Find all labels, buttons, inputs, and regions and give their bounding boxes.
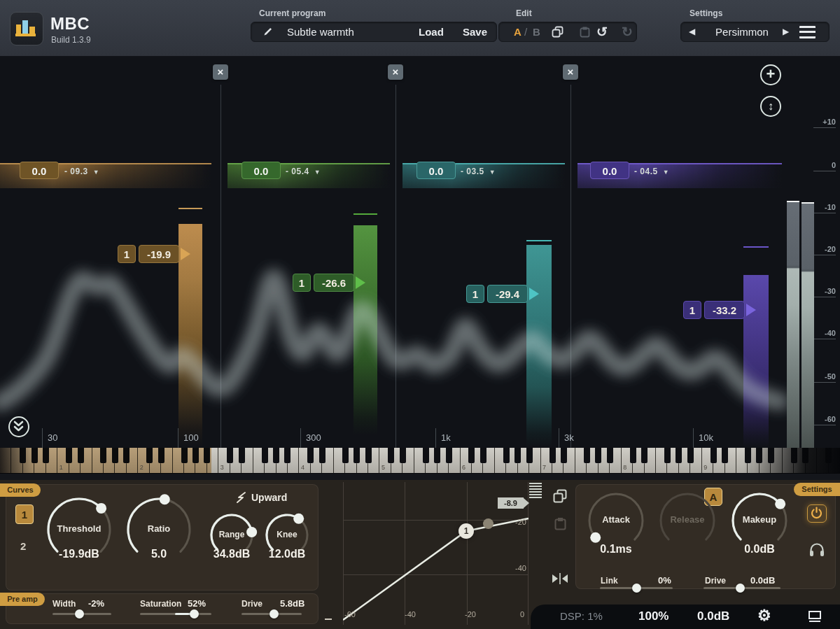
piano-black-key[interactable] xyxy=(526,448,533,463)
curve-list-icon[interactable] xyxy=(529,483,542,498)
band4-threshold-marker[interactable]: 1 -33.2 xyxy=(683,301,756,319)
band2-threshold-marker[interactable]: 1 -26.6 xyxy=(293,274,365,292)
piano-black-key[interactable] xyxy=(446,448,452,463)
piano-black-key[interactable] xyxy=(791,448,797,463)
undo-icon[interactable]: ↺ xyxy=(596,25,608,39)
piano-black-key[interactable] xyxy=(641,448,648,463)
piano-black-key[interactable] xyxy=(192,448,199,463)
band-power-button[interactable] xyxy=(807,504,827,523)
piano-black-key[interactable] xyxy=(676,448,682,463)
band3-close-button[interactable]: × xyxy=(563,64,578,80)
width-slider-thumb[interactable] xyxy=(75,609,84,619)
band1-threshold-marker[interactable]: 1 -19.9 xyxy=(118,245,190,263)
paste-icon[interactable] xyxy=(578,25,592,38)
piano-black-key[interactable] xyxy=(146,448,153,463)
load-button[interactable]: Load xyxy=(419,26,444,38)
piano-black-key[interactable] xyxy=(595,448,601,463)
crossover-line-3[interactable] xyxy=(570,85,571,448)
menu-icon[interactable] xyxy=(799,26,816,38)
piano-black-key[interactable] xyxy=(100,448,106,463)
curve-copy-icon[interactable] xyxy=(552,488,568,504)
link-slider-thumb[interactable] xyxy=(632,584,641,593)
piano-black-key[interactable] xyxy=(66,448,72,463)
piano-black-key[interactable] xyxy=(388,448,394,463)
curve-band-1-button[interactable]: 1 xyxy=(15,504,34,524)
output-gain-value[interactable]: 0.0dB xyxy=(697,609,729,623)
piano-black-key[interactable] xyxy=(123,448,130,463)
save-button[interactable]: Save xyxy=(463,26,487,38)
piano-black-key[interactable] xyxy=(342,448,349,463)
piano-black-key[interactable] xyxy=(112,448,118,463)
piano-black-key[interactable] xyxy=(561,448,567,463)
upward-mode-icon[interactable] xyxy=(235,491,247,504)
band1-close-button[interactable]: × xyxy=(213,64,228,80)
piano-black-key[interactable] xyxy=(514,448,521,463)
piano-white-key[interactable] xyxy=(0,448,11,473)
preset-next-icon[interactable]: ▶ xyxy=(783,27,789,36)
band3-gain-value[interactable]: 0.0 xyxy=(416,162,456,179)
band3-threshold-marker[interactable]: 1 -29.4 xyxy=(466,285,539,303)
copy-icon[interactable] xyxy=(551,25,564,38)
collapse-button[interactable] xyxy=(8,416,29,437)
piano-black-key[interactable] xyxy=(181,448,188,463)
band2-close-button[interactable]: × xyxy=(388,64,403,80)
piano-black-key[interactable] xyxy=(307,448,314,463)
add-band-button[interactable]: + xyxy=(760,64,781,85)
transfer-knee-point[interactable]: 1 xyxy=(458,523,474,539)
piano-black-key[interactable] xyxy=(43,448,49,463)
piano-black-key[interactable] xyxy=(768,448,774,463)
piano-black-key[interactable] xyxy=(802,448,808,463)
band2-gain-value[interactable]: 0.0 xyxy=(241,162,281,179)
piano-black-key[interactable] xyxy=(756,448,762,463)
ui-zoom-value[interactable]: 100% xyxy=(638,609,668,623)
piano-black-key[interactable] xyxy=(710,448,717,463)
piano-black-key[interactable] xyxy=(400,448,406,463)
preset-name[interactable]: Persimmon xyxy=(706,26,778,38)
curve-paste-icon[interactable] xyxy=(552,516,568,532)
transfer-curve-handle[interactable] xyxy=(483,518,493,529)
piano-black-key[interactable] xyxy=(227,448,233,463)
piano-black-key[interactable] xyxy=(354,448,360,463)
headphones-icon[interactable] xyxy=(808,542,825,557)
piano-black-key[interactable] xyxy=(204,448,210,463)
crossover-line-2[interactable] xyxy=(396,85,396,448)
piano-black-key[interactable] xyxy=(262,448,268,463)
dyn-drive-slider-thumb[interactable] xyxy=(736,584,745,593)
piano-black-key[interactable] xyxy=(722,448,728,463)
piano-black-key[interactable] xyxy=(273,448,279,463)
vertical-zoom-button[interactable]: ↕ xyxy=(760,96,781,117)
piano-black-key[interactable] xyxy=(745,448,751,463)
piano-black-key[interactable] xyxy=(31,448,38,463)
preamp-drive-slider-thumb[interactable] xyxy=(270,609,279,619)
window-mode-icon[interactable] xyxy=(806,610,823,623)
edit-pencil-icon[interactable] xyxy=(262,27,273,38)
program-name[interactable]: Subtle warmth xyxy=(287,26,354,38)
piano-black-key[interactable] xyxy=(584,448,590,463)
piano-black-key[interactable] xyxy=(284,448,290,463)
piano-black-key[interactable] xyxy=(825,448,832,463)
ab-toggle-b[interactable]: B xyxy=(533,26,540,38)
band1-gain-value[interactable]: 0.0 xyxy=(20,162,59,179)
piano-black-key[interactable] xyxy=(239,448,245,463)
piano-black-key[interactable] xyxy=(664,448,671,463)
piano-black-key[interactable] xyxy=(20,448,26,463)
piano-black-key[interactable] xyxy=(365,448,372,463)
piano-black-key[interactable] xyxy=(480,448,486,463)
piano-black-key[interactable] xyxy=(78,448,84,463)
upward-mode-label[interactable]: Upward xyxy=(251,492,287,503)
piano-black-key[interactable] xyxy=(158,448,164,463)
piano-black-key[interactable] xyxy=(423,448,429,463)
piano-black-key[interactable] xyxy=(630,448,636,463)
ab-toggle-a[interactable]: A xyxy=(514,26,522,38)
gear-icon[interactable]: ⚙ xyxy=(757,607,771,625)
piano-black-key[interactable] xyxy=(503,448,510,463)
preset-prev-icon[interactable]: ◀ xyxy=(689,27,695,36)
piano-black-key[interactable] xyxy=(319,448,326,463)
piano-black-key[interactable] xyxy=(607,448,613,463)
mirror-icon[interactable] xyxy=(550,571,570,586)
curve-band-2-button[interactable]: 2 xyxy=(20,540,26,552)
piano-black-key[interactable] xyxy=(468,448,475,463)
crossover-line-1[interactable] xyxy=(220,85,221,448)
piano-keyboard[interactable]: 123456789 xyxy=(0,448,840,474)
saturation-slider-thumb[interactable] xyxy=(190,609,199,619)
